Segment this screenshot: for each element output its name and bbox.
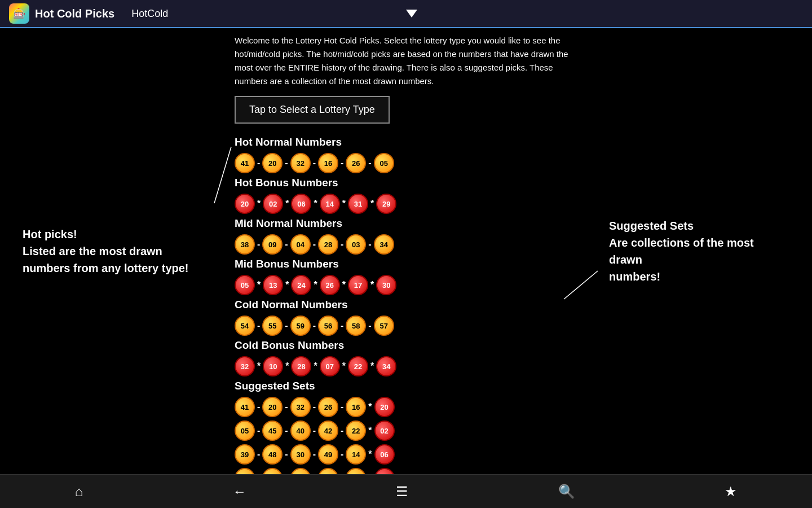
favorites-nav-item[interactable]: ★: [725, 484, 737, 500]
ball: 26: [346, 153, 366, 173]
ball: 06: [374, 444, 395, 465]
mid-normal-balls: 38 - 09 - 04 - 28 - 03 - 34: [235, 234, 577, 255]
menu-nav-item[interactable]: ☰: [396, 484, 408, 500]
ball: 10: [235, 468, 255, 474]
ball: 08: [346, 468, 366, 474]
header-arrow-icon: [406, 10, 417, 17]
ball: 29: [376, 194, 396, 214]
ball: 05: [374, 153, 394, 173]
ball: 58: [346, 316, 366, 336]
ball: 57: [374, 316, 394, 336]
ball: 49: [318, 444, 338, 465]
ball: 07: [320, 356, 340, 376]
ball: 12: [318, 468, 338, 474]
ball: 55: [262, 316, 283, 336]
main-content: Hot picks! Listed are the most drawn num…: [0, 28, 812, 474]
suggested-row-3: 39 - 48 - 30 - 49 - 14 * 06: [235, 444, 577, 465]
suggested-row-4: 10 - 19 - 13 - 12 - 08 * 14: [235, 468, 577, 474]
center-panel: Welcome to the Lottery Hot Cold Picks. S…: [226, 28, 586, 474]
ball: 16: [346, 397, 366, 417]
ball: 32: [290, 397, 311, 417]
ball: 20: [262, 397, 283, 417]
home-nav-item[interactable]: ⌂: [75, 484, 83, 500]
back-icon: ←: [233, 484, 246, 500]
ball: 54: [235, 316, 255, 336]
cold-bonus-balls: 32 * 10 * 28 * 07 * 22 * 34: [235, 356, 577, 376]
ball: 16: [318, 153, 338, 173]
hot-bonus-balls: 20 * 02 * 06 * 14 * 31 * 29: [235, 194, 577, 214]
search-nav-item[interactable]: 🔍: [558, 484, 575, 500]
ball: 20: [235, 194, 255, 214]
ball: 22: [348, 356, 368, 376]
ball: 03: [346, 234, 366, 255]
ball: 31: [348, 194, 368, 214]
ball: 26: [318, 397, 338, 417]
ball: 19: [262, 468, 283, 474]
bottom-navigation: ⌂ ← ☰ 🔍 ★: [0, 474, 812, 508]
ball: 28: [318, 234, 338, 255]
ball: 56: [318, 316, 338, 336]
ball: 05: [235, 421, 255, 441]
suggested-sets-description: Suggested Sets Are collections of the mo…: [609, 217, 789, 285]
hot-normal-balls: 41 - 20 - 32 - 16 - 26 - 05: [235, 153, 577, 173]
ball: 38: [235, 234, 255, 255]
ball: 59: [290, 316, 311, 336]
ball: 14: [320, 194, 340, 214]
ball: 42: [318, 421, 338, 441]
star-icon: ★: [725, 484, 737, 500]
mid-bonus-title: Mid Bonus Numbers: [235, 258, 577, 270]
back-nav-item[interactable]: ←: [233, 484, 246, 500]
ball: 28: [291, 356, 311, 376]
left-panel: Hot picks! Listed are the most drawn num…: [0, 28, 226, 474]
ball: 20: [262, 153, 283, 173]
ball: 40: [290, 421, 311, 441]
ball: 10: [263, 356, 283, 376]
app-title: Hot Cold Picks: [35, 7, 114, 20]
hot-picks-description: Hot picks! Listed are the most drawn num…: [23, 226, 189, 277]
ball: 09: [262, 234, 283, 255]
mid-normal-title: Mid Normal Numbers: [235, 217, 577, 230]
ball: 41: [235, 153, 255, 173]
suggested-sets-title: Suggested Sets: [235, 380, 577, 392]
home-icon: ⌂: [75, 484, 83, 500]
ball: 06: [291, 194, 311, 214]
suggested-row-2: 05 - 45 - 40 - 42 - 22 * 02: [235, 421, 577, 441]
cold-normal-title: Cold Normal Numbers: [235, 299, 577, 311]
ball: 14: [346, 444, 366, 465]
ball: 26: [320, 275, 340, 295]
ball: 32: [290, 153, 311, 173]
ball: 22: [346, 421, 366, 441]
ball: 04: [290, 234, 311, 255]
ball: 02: [374, 421, 395, 441]
hot-bonus-title: Hot Bonus Numbers: [235, 177, 577, 189]
ball: 13: [263, 275, 283, 295]
ball: 13: [290, 468, 311, 474]
ball: 20: [374, 397, 395, 417]
ball: 32: [235, 356, 255, 376]
ball: 30: [290, 444, 311, 465]
lottery-select-button[interactable]: Tap to Select a Lottery Type: [235, 96, 390, 124]
right-panel: Suggested Sets Are collections of the mo…: [586, 28, 812, 474]
ball: 24: [291, 275, 311, 295]
mid-bonus-balls: 05 * 13 * 24 * 26 * 17 * 30: [235, 275, 577, 295]
ball: 39: [235, 444, 255, 465]
menu-icon: ☰: [396, 484, 408, 500]
suggested-row-1: 41 - 20 - 32 - 26 - 16 * 20: [235, 397, 577, 417]
cold-bonus-title: Cold Bonus Numbers: [235, 339, 577, 352]
search-icon: 🔍: [558, 484, 575, 500]
header-subtitle: HotCold: [131, 8, 168, 20]
ball: 34: [374, 234, 394, 255]
ball: 30: [376, 275, 396, 295]
app-header: 🎰 Hot Cold Picks HotCold: [0, 0, 812, 28]
welcome-text: Welcome to the Lottery Hot Cold Picks. S…: [235, 34, 577, 88]
cold-normal-balls: 54 - 55 - 59 - 56 - 58 - 57: [235, 316, 577, 336]
ball: 02: [263, 194, 283, 214]
ball: 14: [374, 468, 395, 474]
ball: 05: [235, 275, 255, 295]
ball: 17: [348, 275, 368, 295]
app-icon: 🎰: [9, 3, 29, 24]
ball: 34: [376, 356, 396, 376]
ball: 45: [262, 421, 283, 441]
hot-normal-title: Hot Normal Numbers: [235, 136, 577, 148]
ball: 48: [262, 444, 283, 465]
